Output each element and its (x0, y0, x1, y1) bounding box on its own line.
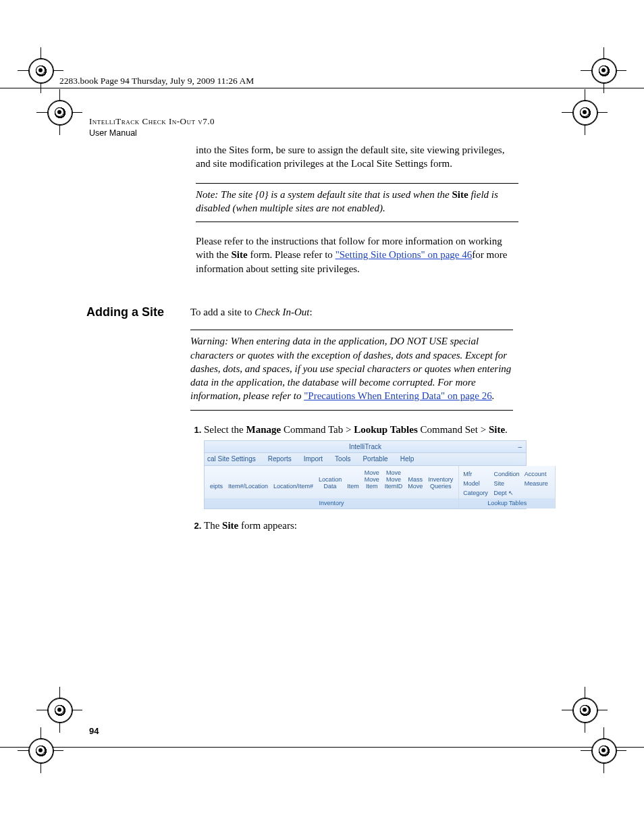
note-bold: Site (452, 189, 468, 200)
ribbon-group-lookup: Mfr Condition Account Model Site Measure… (459, 466, 556, 509)
s1-text2: Command Tab > (281, 424, 354, 435)
registration-mark-icon (22, 731, 59, 769)
section-row: Adding a Site To add a site to Check In-… (86, 305, 518, 541)
ribbon-button[interactable]: Inventory Queries (428, 477, 453, 490)
ribbon-button[interactable]: Move Move Item (365, 470, 379, 490)
crop-rule-top (0, 88, 644, 88)
ribbon-button[interactable]: Location/Item# (273, 484, 313, 490)
book-title-block: IntelliTrack Check In-Out v7.0 User Manu… (89, 116, 215, 138)
ribbon-button[interactable]: Move Move ItemID (385, 470, 403, 490)
menu-item[interactable]: Reports (268, 454, 292, 464)
precautions-link[interactable]: "Precautions When Entering Data" on page… (304, 390, 492, 401)
refer-paragraph: Please refer to the instructions that fo… (196, 234, 518, 276)
window-title: IntelliTrack (349, 443, 381, 450)
ribbon-button[interactable]: Location Data (319, 477, 342, 490)
section-lead: To add a site to Check In-Out: (190, 305, 513, 319)
lookup-item[interactable]: Mfr (463, 470, 489, 478)
lead-colon: : (309, 307, 312, 317)
ribbon-screenshot: IntelliTrack – cal Site Settings Reports… (204, 440, 527, 510)
refer-bold: Site (232, 249, 248, 260)
menu-item[interactable]: Help (400, 454, 414, 464)
menu-item[interactable]: Import (304, 454, 323, 464)
ribbon-buttons: eipts Item#/Location Location/Item# Loca… (205, 466, 458, 492)
s2-text: The (204, 520, 222, 531)
ribbon-button[interactable]: Mass Move (408, 477, 423, 490)
lookup-dept-label: Dept (494, 490, 507, 496)
steps-list: Select the Manage Command Tab > Lookup T… (190, 423, 513, 533)
intro-paragraph: into the Sites form, be sure to assign t… (196, 143, 518, 171)
registration-mark-icon (41, 93, 78, 131)
setting-site-options-link[interactable]: "Setting Site Options" on page 46 (336, 249, 473, 260)
step-2: The Site form appears: (204, 519, 513, 532)
crop-rule-bottom (0, 747, 644, 748)
refer-text2: form. Please refer to (248, 249, 336, 260)
ribbon-button[interactable]: Item (347, 484, 359, 490)
s2-site: Site (222, 520, 238, 531)
ribbon: eipts Item#/Location Location/Item# Loca… (204, 466, 527, 510)
ribbon-group-inventory: eipts Item#/Location Location/Item# Loca… (205, 466, 459, 509)
lookup-item-empty (525, 489, 551, 497)
book-title: IntelliTrack Check In-Out v7.0 (89, 116, 215, 128)
registration-mark-icon (566, 691, 603, 729)
registration-mark-icon (566, 93, 603, 131)
ribbon-group-label: Lookup Tables (459, 498, 555, 509)
page-number: 94 (89, 726, 99, 736)
note-block: Note: The site {0} is a system default s… (196, 183, 518, 223)
book-subtitle: User Manual (89, 128, 215, 138)
lookup-grid: Mfr Condition Account Model Site Measure… (459, 466, 555, 498)
ribbon-button[interactable]: eipts (210, 484, 223, 490)
cursor-icon: ↖ (508, 489, 514, 497)
s1-text: Select the (204, 424, 246, 435)
s2-text2: form appears: (238, 520, 297, 531)
note-text: Note: The site {0} is a system default s… (196, 189, 452, 200)
menubar: cal Site Settings Reports Import Tools P… (204, 452, 527, 466)
section-heading: Adding a Site (86, 305, 188, 319)
lookup-item[interactable]: Measure (525, 479, 551, 488)
lookup-item[interactable]: Model (463, 479, 489, 488)
lead-text: To add a site to (190, 307, 254, 317)
lookup-item-site[interactable]: Site (494, 479, 520, 488)
section-body: To add a site to Check In-Out: Warning: … (190, 305, 513, 541)
s1-period: . (505, 424, 508, 435)
s1-lookup: Lookup Tables (354, 424, 418, 435)
manual-page: 2283.book Page 94 Thursday, July 9, 2009… (0, 0, 644, 834)
menu-item[interactable]: cal Site Settings (207, 454, 256, 464)
warning-suffix: . (492, 390, 495, 401)
lookup-item[interactable]: Category (463, 489, 489, 497)
step-1: Select the Manage Command Tab > Lookup T… (204, 423, 513, 510)
lookup-item[interactable]: Condition (494, 470, 520, 478)
s1-text3: Command Set > (418, 424, 489, 435)
minimize-icon: – (518, 442, 522, 452)
registration-mark-icon (585, 51, 622, 89)
registration-mark-icon (22, 51, 59, 89)
s1-manage: Manage (246, 424, 281, 435)
menu-item[interactable]: Tools (335, 454, 350, 464)
ribbon-group-label: Inventory (205, 498, 458, 509)
registration-mark-icon (41, 691, 78, 729)
ribbon-button[interactable]: Item#/Location (228, 484, 268, 490)
s1-site: Site (489, 424, 505, 435)
window-titlebar: IntelliTrack – (204, 440, 527, 453)
menu-item[interactable]: Portable (363, 454, 387, 464)
registration-mark-icon (585, 731, 622, 769)
lookup-item[interactable]: Account (525, 470, 551, 478)
body-column: into the Sites form, be sure to assign t… (196, 143, 518, 288)
lead-product: Check In-Out (254, 307, 309, 317)
book-header-line: 2283.book Page 94 Thursday, July 9, 2009… (59, 76, 254, 86)
warning-block: Warning: When entering data in the appli… (190, 330, 513, 410)
lookup-item[interactable]: Dept ↖ (494, 489, 520, 497)
